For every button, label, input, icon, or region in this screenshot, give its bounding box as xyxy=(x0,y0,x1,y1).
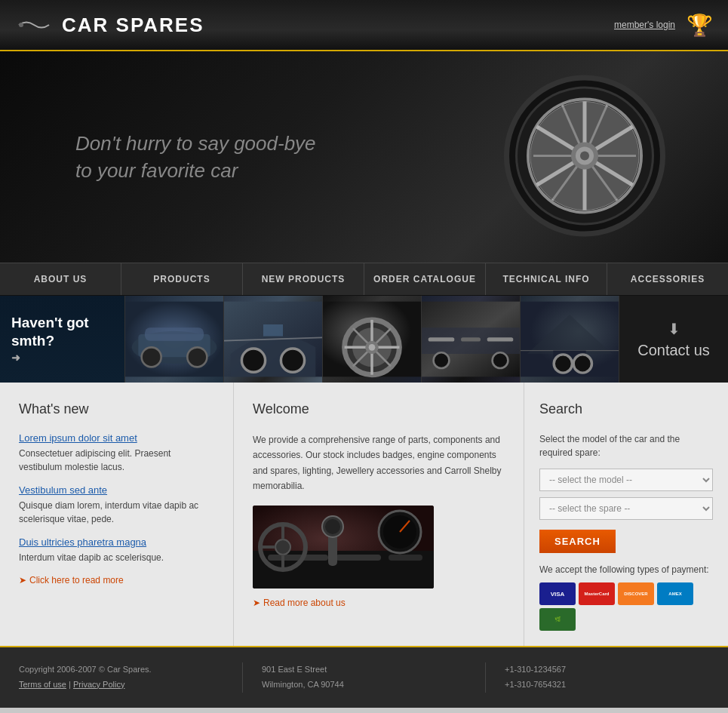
svg-rect-45 xyxy=(461,337,481,341)
nav-accessories[interactable]: ACCESSORIES xyxy=(607,263,728,295)
news-link-1[interactable]: Lorem ipsum dolor sit amet xyxy=(19,432,214,444)
terms-link[interactable]: Terms of use xyxy=(19,680,66,689)
search-title: Search xyxy=(539,401,713,417)
footer-links: Terms of use | Privacy Policy xyxy=(19,678,223,693)
other-card: 🌿 xyxy=(539,608,576,631)
svg-point-28 xyxy=(187,347,207,367)
phone-2: +1-310-7654321 xyxy=(505,678,709,693)
svg-rect-33 xyxy=(263,324,283,337)
svg-point-27 xyxy=(142,347,161,367)
read-more-welcome-label: Read more about us xyxy=(263,598,346,608)
hero-banner: Don't hurry to say good-bye to your favo… xyxy=(0,51,728,263)
svg-point-53 xyxy=(573,355,591,373)
discover-card: DISCOVER xyxy=(618,582,654,605)
footer-col-3: +1-310-1234567 +1-310-7654321 xyxy=(486,662,728,693)
car-detail-4 xyxy=(422,296,520,383)
car-detail-1 xyxy=(125,296,223,383)
logo-area: CAR SPARES xyxy=(15,14,204,37)
main-content: What's new Lorem ipsum dolor sit amet Co… xyxy=(0,383,728,646)
svg-point-32 xyxy=(281,349,304,372)
mastercard-card: MasterCard xyxy=(579,582,615,605)
search-button[interactable]: SEARCH xyxy=(539,530,616,553)
svg-rect-57 xyxy=(336,555,381,561)
nav-order-catalogue[interactable]: ORDER CATALOGUE xyxy=(364,263,486,295)
news-link-3[interactable]: Duis ultricies pharetra magna xyxy=(19,536,214,548)
footer: Copyright 2006-2007 © Car Spares. Terms … xyxy=(0,646,728,708)
whats-new-section: What's new Lorem ipsum dolor sit amet Co… xyxy=(0,383,234,646)
read-more-label: Click here to read more xyxy=(29,575,124,585)
privacy-link[interactable]: Privacy Policy xyxy=(73,680,124,689)
logo-icon xyxy=(15,17,53,32)
haven-text: Haven't got smth? xyxy=(11,314,113,351)
welcome-title: Welcome xyxy=(253,401,505,417)
news-desc-2: Quisque diam lorem, interdum vitae dapib… xyxy=(19,499,214,526)
svg-point-0 xyxy=(19,23,23,27)
footer-col-1: Copyright 2006-2007 © Car Spares. Terms … xyxy=(0,662,243,693)
read-more-about-us-link[interactable]: ➤ Read more about us xyxy=(253,598,505,608)
news-desc-1: Consectetuer adipiscing elit. Praesent v… xyxy=(19,447,214,474)
hero-wheel-image xyxy=(502,73,668,241)
search-section: Search Select the model of the car and t… xyxy=(524,383,728,646)
car-detail-2 xyxy=(224,296,322,383)
model-select[interactable]: -- select the model -- xyxy=(539,469,713,491)
svg-point-20 xyxy=(580,152,589,161)
down-arrow-icon: ⬇ xyxy=(668,320,680,338)
copyright-text: Copyright 2006-2007 © Car Spares. xyxy=(19,662,223,678)
svg-rect-58 xyxy=(389,555,422,561)
trophy-icon: 🏆 xyxy=(687,13,713,38)
news-link-2[interactable]: Vestibulum sed ante xyxy=(19,484,214,496)
svg-point-48 xyxy=(493,352,508,368)
svg-rect-26 xyxy=(145,327,204,340)
contact-us-text: Contact us xyxy=(637,342,710,359)
phone-1: +1-310-1234567 xyxy=(505,662,709,678)
svg-point-42 xyxy=(369,344,376,351)
car-image-5 xyxy=(520,296,619,383)
logo-text: CAR SPARES xyxy=(62,14,204,37)
news-desc-3: Interdum vitae dapib ac scelerisque. xyxy=(19,551,214,564)
gear-shift-image xyxy=(253,506,434,589)
members-login-link[interactable]: member's login xyxy=(614,20,675,30)
svg-rect-56 xyxy=(268,555,328,561)
svg-point-47 xyxy=(434,352,450,368)
arrow-right-icon-2: ➤ xyxy=(253,598,260,608)
arrow-right-icon: ➤ xyxy=(19,575,26,585)
whats-new-title: What's new xyxy=(19,401,214,417)
address-line1: 901 East E Street xyxy=(262,662,466,678)
main-nav: ABOUT US PRODUCTS NEW PRODUCTS ORDER CAT… xyxy=(0,263,728,296)
tagline-line1: Don't hurry to say good-bye xyxy=(75,130,316,157)
car-image-4 xyxy=(421,296,520,383)
spare-select[interactable]: -- select the spare -- xyxy=(539,497,713,520)
car-detail-5 xyxy=(521,296,619,383)
tagline-line2: to your favorite car xyxy=(75,157,316,184)
car-detail-3 xyxy=(323,296,421,383)
car-strip: Haven't got smth? ➜ xyxy=(0,296,728,383)
haven-got-smth-box[interactable]: Haven't got smth? ➜ xyxy=(0,296,124,383)
arrow-icon: ➜ xyxy=(11,351,113,364)
visa-card: VISA xyxy=(539,582,576,605)
footer-col-2: 901 East E Street Wilmington, CA 90744 xyxy=(243,662,486,693)
nav-new-products[interactable]: NEW PRODUCTS xyxy=(243,263,364,295)
search-description: Select the model of the car and the requ… xyxy=(539,432,713,459)
svg-rect-44 xyxy=(429,337,455,341)
hero-tagline: Don't hurry to say good-bye to your favo… xyxy=(75,130,316,185)
payment-title: We accept the following types of payment… xyxy=(539,564,713,575)
header-right: member's login 🏆 xyxy=(614,13,713,38)
nav-products[interactable]: PRODUCTS xyxy=(121,263,243,295)
amex-card: AMEX xyxy=(657,582,693,605)
wheel-svg xyxy=(502,73,668,239)
nav-technical-info[interactable]: TECHNICAL INFO xyxy=(486,263,607,295)
read-more-link[interactable]: ➤ Click here to read more xyxy=(19,575,214,585)
welcome-section: Welcome We provide a comprehensive range… xyxy=(234,383,524,646)
nav-about-us[interactable]: ABOUT US xyxy=(0,263,121,295)
svg-point-31 xyxy=(241,349,265,372)
svg-point-63 xyxy=(275,539,290,555)
svg-point-52 xyxy=(554,355,572,373)
svg-point-61 xyxy=(325,519,340,534)
welcome-body: We provide a comprehensive range of part… xyxy=(253,432,505,494)
contact-us-box[interactable]: ⬇ Contact us xyxy=(619,296,728,383)
car-image-3 xyxy=(322,296,421,383)
svg-rect-46 xyxy=(487,337,514,341)
car-image-1 xyxy=(124,296,223,383)
header: CAR SPARES member's login 🏆 xyxy=(0,0,728,51)
payment-cards: VISA MasterCard DISCOVER AMEX 🌿 xyxy=(539,582,713,631)
